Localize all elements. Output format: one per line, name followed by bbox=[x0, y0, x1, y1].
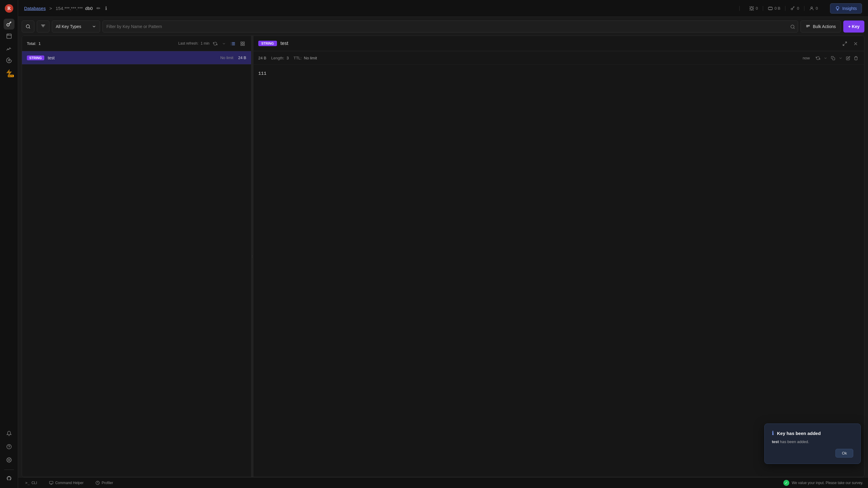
value-content: 111 bbox=[253, 65, 864, 477]
refresh-value-btn[interactable] bbox=[815, 54, 821, 61]
refresh-button[interactable] bbox=[212, 40, 218, 47]
expand-icon[interactable] bbox=[841, 39, 848, 47]
search-icon-btn[interactable] bbox=[790, 24, 795, 29]
keys-panel: Total: 1 Last refresh: 1 min bbox=[22, 36, 251, 477]
meta-size: 24 B bbox=[258, 56, 267, 60]
info-icon[interactable]: ℹ bbox=[104, 4, 108, 12]
copy-btn[interactable] bbox=[830, 54, 836, 61]
sidebar-bottom bbox=[4, 428, 14, 485]
svg-rect-17 bbox=[243, 44, 244, 45]
svg-rect-3 bbox=[7, 34, 11, 38]
command-helper-tab[interactable]: Command Helper bbox=[47, 480, 86, 486]
chevron-refresh-dropdown[interactable] bbox=[221, 39, 227, 47]
search-input[interactable] bbox=[102, 21, 798, 33]
chevron-refresh-icon bbox=[222, 42, 226, 45]
cli-label: CLI bbox=[31, 481, 37, 485]
databases-breadcrumb[interactable]: Databases bbox=[24, 6, 46, 11]
total-label: Total: bbox=[27, 41, 36, 46]
analytics-icon bbox=[6, 45, 12, 51]
trash-icon bbox=[854, 56, 858, 60]
command-helper-icon bbox=[49, 481, 53, 485]
svg-rect-8 bbox=[750, 7, 752, 9]
value-key-name: test bbox=[281, 41, 288, 46]
notification-header: ℹ Key has been added bbox=[772, 430, 853, 436]
copy-dropdown-btn[interactable] bbox=[838, 54, 844, 61]
chevron-meta-icon bbox=[824, 56, 827, 60]
cli-tab[interactable]: >_ CLI bbox=[23, 480, 39, 486]
beta-icon bbox=[6, 69, 12, 75]
edit-db-icon[interactable]: ✏ bbox=[95, 4, 101, 12]
refresh-value-icon bbox=[816, 56, 820, 60]
sidebar-item-github[interactable] bbox=[4, 473, 14, 484]
notification-body: test has been added. bbox=[772, 439, 853, 444]
insights-button[interactable]: Insights bbox=[830, 3, 862, 13]
split-panel: Total: 1 Last refresh: 1 min bbox=[22, 36, 864, 477]
insights-label: Insights bbox=[842, 6, 857, 11]
value-panel: STRING test 24 B bbox=[253, 36, 864, 477]
sidebar-item-beta[interactable] bbox=[4, 67, 14, 78]
copy-icon bbox=[831, 56, 835, 60]
refresh-dropdown-btn[interactable] bbox=[823, 54, 829, 61]
refresh-icon bbox=[213, 41, 217, 46]
filter-button[interactable] bbox=[37, 21, 50, 33]
svg-point-7 bbox=[8, 459, 10, 461]
stat-clients: 0 bbox=[804, 6, 823, 11]
svg-rect-16 bbox=[241, 44, 242, 45]
length-value: 3 bbox=[287, 56, 289, 60]
sidebar-item-notifications[interactable] bbox=[4, 428, 14, 439]
sidebar-logo[interactable]: R bbox=[4, 3, 14, 14]
key-ttl: No limit bbox=[220, 56, 233, 60]
sidebar-item-browser[interactable] bbox=[4, 31, 14, 41]
svg-rect-18 bbox=[832, 58, 835, 60]
sidebar-item-analytics[interactable] bbox=[4, 43, 14, 54]
survey-text: We value your input. Please take our sur… bbox=[792, 481, 863, 485]
value-header: STRING test bbox=[253, 36, 864, 51]
chevron-copy-icon bbox=[839, 56, 842, 60]
add-key-label: + Key bbox=[848, 24, 860, 29]
svg-rect-14 bbox=[241, 42, 242, 43]
bulk-actions-button[interactable]: Bulk Actions bbox=[801, 21, 841, 33]
add-key-button[interactable]: + Key bbox=[843, 21, 864, 33]
connection-id: 154.***.***.*** bbox=[56, 6, 83, 11]
keys-stat-value: 0 bbox=[797, 6, 799, 10]
panel-resizer[interactable]: ⋮ bbox=[251, 36, 253, 477]
breadcrumb-separator: > bbox=[50, 6, 52, 11]
main-content: Databases > 154.***.***.*** db0 ✏ ℹ 0 0 … bbox=[18, 0, 868, 488]
keys-icon bbox=[6, 21, 12, 27]
key-type-dropdown[interactable]: All Key Types bbox=[52, 21, 100, 33]
notification-ok-button[interactable]: Ok bbox=[835, 449, 853, 458]
list-view-button[interactable] bbox=[229, 39, 237, 47]
close-icon bbox=[853, 41, 858, 46]
total-count: 1 bbox=[38, 41, 41, 46]
edit-icon bbox=[846, 56, 850, 60]
value-key-type-badge: STRING bbox=[258, 41, 277, 46]
sidebar: R bbox=[0, 0, 18, 488]
key-stat-icon bbox=[790, 6, 795, 11]
notification-body-suffix: has been added. bbox=[779, 439, 809, 444]
sidebar-item-help[interactable] bbox=[4, 441, 14, 452]
last-refresh-label: Last refresh: bbox=[179, 41, 198, 45]
command-helper-label: Command Helper bbox=[55, 481, 84, 485]
key-type-label: All Key Types bbox=[56, 24, 82, 29]
cpu-value: 0 bbox=[756, 6, 758, 10]
sidebar-item-pubsub[interactable] bbox=[4, 55, 14, 66]
sidebar-item-settings[interactable] bbox=[4, 455, 14, 465]
key-row[interactable]: STRING test No limit 24 B bbox=[22, 51, 251, 64]
close-value-icon[interactable] bbox=[852, 39, 859, 47]
browser-view-button[interactable] bbox=[22, 21, 34, 33]
sidebar-item-keys[interactable] bbox=[4, 19, 14, 30]
bell-icon bbox=[6, 431, 12, 436]
svg-point-4 bbox=[8, 60, 10, 61]
profiler-tab[interactable]: Profiler bbox=[93, 480, 116, 486]
grid-view-button[interactable] bbox=[239, 39, 246, 47]
keys-total-label: Total: 1 bbox=[27, 41, 41, 46]
edit-value-btn[interactable] bbox=[845, 54, 851, 61]
meta-ttl: TTL: No limit bbox=[293, 56, 317, 60]
last-refresh-text: Last refresh: 1 min bbox=[179, 41, 210, 45]
bulk-actions-label: Bulk Actions bbox=[813, 24, 836, 29]
filter-icon bbox=[41, 24, 45, 29]
key-name: test bbox=[48, 56, 220, 60]
cpu-icon bbox=[749, 6, 754, 11]
delete-value-btn[interactable] bbox=[852, 54, 859, 61]
expand-svg-icon bbox=[842, 41, 847, 46]
